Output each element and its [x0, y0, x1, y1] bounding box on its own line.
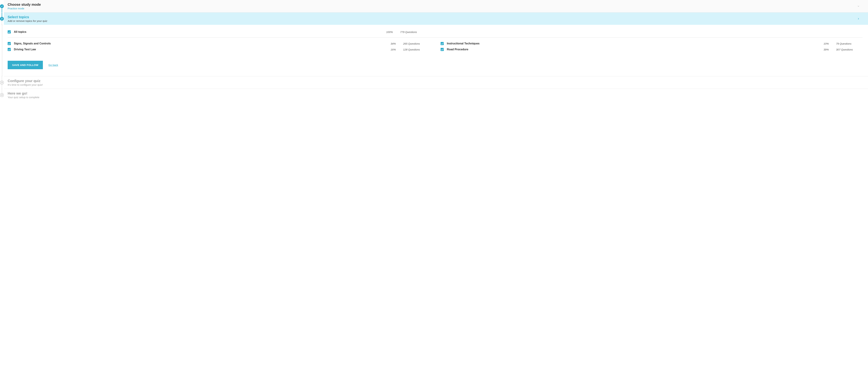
topic-question-count: 307 Questions — [831, 48, 863, 51]
topic-question-count: 265 Questions — [398, 42, 430, 45]
topic-name: Signs, Signals and Controls — [14, 42, 379, 45]
step-title: Select topics — [8, 15, 47, 19]
step-subtitle: Your quiz setup is complete — [8, 96, 39, 99]
topic-checkbox[interactable] — [441, 42, 444, 45]
step-number-badge: 4 — [0, 93, 4, 97]
topic-row-all: All topics 100% 779 Questions — [8, 29, 427, 35]
topic-percent: 16% — [382, 48, 396, 51]
go-back-link[interactable]: Go back — [49, 63, 58, 66]
step-marker: 4 — [0, 89, 4, 101]
topic-question-count: 79 Questions — [831, 42, 863, 45]
topic-row: Signs, Signals and Controls 34% 265 Ques… — [8, 41, 430, 46]
step-configure-quiz[interactable]: 3 Configure your quiz It's time to confi… — [4, 76, 868, 89]
topic-percent: 10% — [815, 42, 829, 45]
topic-percent: 100% — [379, 31, 393, 33]
check-icon — [0, 4, 4, 8]
topic-row: Road Procedure 39% 307 Questions — [441, 46, 863, 53]
topic-row: Instructional Techniques 10% 79 Question… — [441, 41, 863, 46]
step-marker: 3 — [0, 76, 4, 89]
step-study-mode[interactable]: Choose study mode Practice mode — [4, 0, 868, 12]
save-and-follow-button[interactable]: SAVE AND FOLLOW — [8, 61, 43, 69]
topic-row: Driving Test Law 16% 128 Questions — [8, 46, 430, 53]
topic-percent: 39% — [815, 48, 829, 51]
topic-checkbox[interactable] — [8, 42, 11, 45]
topic-name: All topics — [14, 30, 376, 33]
topic-percent: 34% — [382, 42, 396, 45]
step-title: Here we go! — [8, 91, 39, 95]
chevron-right-icon — [857, 18, 860, 20]
topic-question-count: 128 Questions — [398, 48, 430, 51]
step-subtitle: Practice mode — [8, 7, 41, 10]
step-number-badge: 2 — [0, 17, 4, 21]
topic-checkbox-all[interactable] — [8, 30, 11, 33]
step-marker — [0, 0, 4, 12]
step-title: Configure your quiz — [8, 79, 43, 83]
chevron-down-icon — [857, 5, 860, 7]
topics-panel: All topics 100% 779 Questions Signs, Sig… — [4, 25, 868, 76]
topic-checkbox[interactable] — [441, 48, 444, 51]
topic-question-count: 779 Questions — [395, 31, 427, 33]
step-subtitle: Add or remove topics for your quiz — [8, 20, 47, 22]
step-number-badge: 3 — [0, 81, 4, 85]
connector-line — [2, 25, 2, 76]
topic-grid: Signs, Signals and Controls 34% 265 Ques… — [8, 41, 863, 53]
topic-name: Instructional Techniques — [447, 42, 812, 45]
topic-name: Driving Test Law — [14, 48, 379, 51]
topic-name: Road Procedure — [447, 48, 812, 51]
step-title: Choose study mode — [8, 2, 41, 7]
step-subtitle: It's time to configure your quiz! — [8, 83, 43, 86]
step-marker: 2 — [0, 12, 4, 25]
step-select-topics[interactable]: 2 Select topics Add or remove topics for… — [4, 12, 868, 25]
step-here-we-go[interactable]: 4 Here we go! Your quiz setup is complet… — [4, 89, 868, 101]
actions-row: SAVE AND FOLLOW Go back — [8, 61, 863, 69]
stepper: Choose study mode Practice mode 2 Select… — [0, 0, 868, 101]
topic-checkbox[interactable] — [8, 48, 11, 51]
